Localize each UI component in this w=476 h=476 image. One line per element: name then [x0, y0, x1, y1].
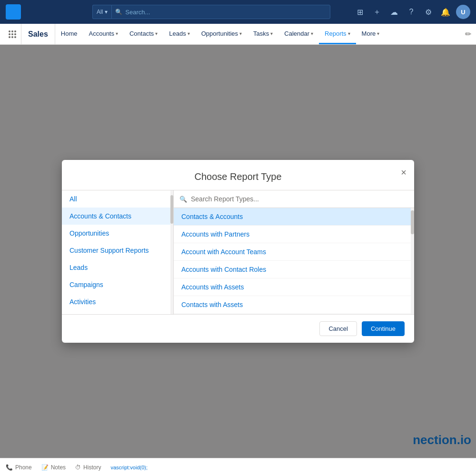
main-area: Choose Report Type × All Accounts & Cont…	[0, 45, 476, 458]
search-all-button[interactable]: All ▾	[92, 5, 111, 19]
nav-item-tasks[interactable]: Tasks ▾	[248, 24, 278, 44]
view-switcher-icon[interactable]: ⊞	[353, 5, 367, 19]
status-history[interactable]: ⏱ History	[75, 464, 101, 471]
phone-icon: 📞	[6, 464, 13, 471]
sidebar-item-customer-support[interactable]: Customer Support Reports	[62, 242, 173, 259]
nav-item-home[interactable]: Home	[55, 24, 83, 44]
status-link: vascript:void(0);	[110, 465, 148, 470]
modal-title: Choose Report Type	[194, 171, 281, 182]
sidebar-item-campaigns[interactable]: Campaigns	[62, 276, 173, 293]
report-item-account-teams[interactable]: Account with Account Teams	[174, 243, 414, 261]
app-launcher-icon[interactable]	[4, 24, 21, 44]
search-icon: 🔍	[115, 9, 122, 15]
report-search-input[interactable]	[191, 195, 408, 203]
sidebar-item-activities[interactable]: Activities	[62, 293, 173, 310]
nav-item-contacts[interactable]: Contacts ▾	[124, 24, 163, 44]
modal-close-button[interactable]: ×	[401, 168, 407, 177]
nav-item-reports[interactable]: Reports ▾	[319, 24, 356, 44]
search-area: All ▾ 🔍	[92, 5, 330, 19]
top-bar-actions: ⊞ ＋ ☁ ? ⚙ 🔔 U	[353, 5, 470, 19]
report-item-contacts-assets[interactable]: Contacts with Assets	[174, 296, 414, 314]
report-list-scrollbar[interactable]	[411, 208, 414, 314]
add-icon[interactable]: ＋	[370, 5, 384, 19]
status-phone[interactable]: 📞 Phone	[6, 464, 32, 471]
settings-icon[interactable]: ⚙	[422, 5, 435, 19]
status-notes[interactable]: 📝 Notes	[41, 464, 66, 471]
nav-item-leads[interactable]: Leads ▾	[163, 24, 195, 44]
nav-items: Home Accounts ▾ Contacts ▾ Leads ▾ Oppor…	[55, 24, 460, 44]
report-item-accounts-partners[interactable]: Accounts with Partners	[174, 226, 414, 243]
modal-overlay: Choose Report Type × All Accounts & Cont…	[0, 45, 476, 458]
sidebar-scrollbar[interactable]	[170, 190, 173, 314]
sidebar-item-leads[interactable]: Leads	[62, 259, 173, 276]
modal-choose-report-type: Choose Report Type × All Accounts & Cont…	[62, 160, 414, 343]
modal-content-area: 🔍 Contacts & Accounts Accounts with Part…	[174, 190, 414, 314]
continue-button[interactable]: Continue	[362, 321, 405, 336]
modal-header: Choose Report Type ×	[62, 160, 414, 190]
top-bar: All ▾ 🔍 ⊞ ＋ ☁ ? ⚙ 🔔 U	[0, 0, 476, 24]
report-item-contacts-accounts[interactable]: Contacts & Accounts	[174, 208, 414, 226]
modal-footer: Cancel Continue	[62, 314, 414, 343]
app-name: Sales	[21, 24, 55, 44]
nav-item-more[interactable]: More ▾	[356, 24, 386, 44]
status-bar: 📞 Phone 📝 Notes ⏱ History vascript:void(…	[0, 458, 476, 476]
cloud-icon[interactable]: ☁	[387, 5, 401, 19]
nav-bar: Sales Home Accounts ▾ Contacts ▾ Leads ▾…	[0, 24, 476, 45]
search-input[interactable]	[111, 5, 330, 19]
sidebar-item-accounts-contacts[interactable]: Accounts & Contacts	[62, 208, 173, 225]
history-icon: ⏱	[75, 464, 81, 471]
notes-icon: 📝	[41, 464, 49, 471]
cancel-button[interactable]: Cancel	[319, 321, 357, 336]
report-item-accounts-assets[interactable]: Accounts with Assets	[174, 278, 414, 296]
nav-item-opportunities[interactable]: Opportunities ▾	[196, 24, 248, 44]
notifications-icon[interactable]: 🔔	[439, 5, 452, 19]
app-logo[interactable]	[6, 4, 21, 20]
modal-sidebar: All Accounts & Contacts Opportunities Cu…	[62, 190, 174, 314]
avatar[interactable]: U	[456, 5, 470, 19]
help-icon[interactable]: ?	[405, 5, 418, 19]
sidebar-item-all[interactable]: All	[62, 190, 173, 208]
edit-nav-icon[interactable]: ✏	[460, 24, 476, 44]
report-list: Contacts & Accounts Accounts with Partne…	[174, 208, 414, 314]
search-icon: 🔍	[179, 196, 187, 203]
modal-body: All Accounts & Contacts Opportunities Cu…	[62, 190, 414, 314]
sidebar-item-opportunities[interactable]: Opportunities	[62, 225, 173, 242]
report-item-accounts-contact-roles[interactable]: Accounts with Contact Roles	[174, 261, 414, 278]
search-input-wrap: 🔍	[111, 5, 330, 19]
nav-item-calendar[interactable]: Calendar ▾	[278, 24, 319, 44]
search-bar: 🔍	[174, 190, 414, 208]
nav-item-accounts[interactable]: Accounts ▾	[83, 24, 124, 44]
